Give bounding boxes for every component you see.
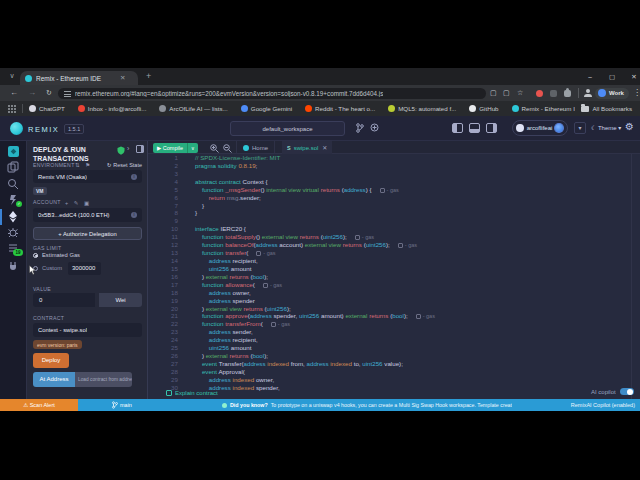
scan-alert-badge[interactable]: ⚠ Scan Alert bbox=[0, 399, 78, 411]
search-icon[interactable] bbox=[0, 177, 27, 193]
tab-swipe-sol[interactable]: S swipe.sol ✕ bbox=[282, 141, 332, 154]
compiler-success-badge: ✓ bbox=[16, 201, 22, 207]
bookmark-item[interactable]: ArcOfLife AI — lists... bbox=[159, 105, 227, 112]
site-settings-icon[interactable] bbox=[64, 90, 71, 97]
compile-button[interactable]: ▶ Compile ∨ bbox=[153, 143, 198, 153]
bookmark-favicon bbox=[305, 105, 312, 112]
account-dropdown-caret[interactable]: ▾ bbox=[574, 122, 586, 134]
git-branch-status[interactable]: main bbox=[112, 399, 132, 411]
toggle-left-panel-icon[interactable] bbox=[452, 123, 463, 133]
ai-copilot-toggle[interactable] bbox=[620, 388, 634, 395]
toggle-right-panel-icon[interactable] bbox=[486, 123, 497, 133]
explain-contract-button[interactable]: Explain contract bbox=[166, 390, 218, 396]
play-icon: ▶ bbox=[157, 145, 161, 151]
toggle-terminal-icon[interactable] bbox=[469, 123, 480, 133]
line-number: 4 bbox=[148, 178, 178, 186]
remix-logo-icon[interactable] bbox=[10, 122, 23, 135]
reset-state-button[interactable]: ↻ Reset State bbox=[107, 162, 142, 168]
browser-menu-icon[interactable]: ⋮ bbox=[633, 88, 640, 97]
plugin-manager-icon[interactable] bbox=[0, 259, 27, 275]
code-area[interactable]: 1// SPDX-License-Identifier: MIT2pragma … bbox=[148, 154, 628, 399]
gas-estimate-widget[interactable]: - gas bbox=[256, 250, 275, 256]
gas-estimate-widget[interactable]: - gas bbox=[380, 187, 399, 193]
line-number: 19 bbox=[148, 297, 178, 305]
tab-search-icon[interactable]: ∨ bbox=[6, 72, 18, 82]
account-select[interactable]: 0x5B3...eddC4 (100.0 ETH)i bbox=[33, 208, 142, 222]
window-maximize-button[interactable]: ▢ bbox=[604, 71, 620, 82]
profile-chip[interactable]: Work bbox=[595, 88, 629, 99]
gas-estimate-widget[interactable]: - gas bbox=[271, 321, 290, 327]
authorize-delegation-button[interactable]: + Authorize Delegation bbox=[33, 227, 142, 240]
bookmark-favicon bbox=[469, 105, 476, 112]
contract-select[interactable]: Context - swipe.sol bbox=[33, 323, 142, 337]
solidity-compiler-icon[interactable]: ✓ bbox=[0, 193, 27, 209]
save-address-icon[interactable]: ▢ bbox=[490, 89, 497, 97]
bookmark-item[interactable]: Reddit - The heart o... bbox=[305, 105, 375, 112]
at-address-input[interactable]: Load contract from address bbox=[75, 372, 132, 387]
gas-estimate-widget[interactable]: - gas bbox=[355, 234, 374, 240]
gas-icon bbox=[271, 322, 276, 327]
value-unit-select[interactable]: Wei bbox=[99, 293, 142, 307]
address-bar[interactable]: remix.ethereum.org/#lang=en&optimize&run… bbox=[58, 88, 486, 99]
reading-list-icon[interactable]: ▢ bbox=[503, 89, 510, 97]
extension-icon[interactable] bbox=[536, 90, 543, 97]
bookmark-star-icon[interactable]: ☆ bbox=[517, 89, 523, 97]
bookmark-item[interactable]: MQL5: automated f... bbox=[388, 105, 456, 112]
info-icon[interactable]: i bbox=[131, 212, 137, 218]
bookmark-item[interactable]: Remix - Ethereum IDE bbox=[512, 105, 576, 112]
zoom-out-icon[interactable] bbox=[223, 144, 232, 153]
extension-icon[interactable] bbox=[550, 90, 557, 97]
gas-estimate-widget[interactable]: - gas bbox=[416, 313, 435, 319]
bookmark-item[interactable]: GitHub bbox=[469, 105, 498, 112]
environment-select[interactable]: Remix VM (Osaka)i bbox=[33, 170, 142, 183]
custom-gas-input[interactable]: 3000000 bbox=[68, 262, 101, 275]
settings-gear-icon[interactable]: ⚙ bbox=[625, 121, 634, 132]
close-tab-icon[interactable]: ✕ bbox=[322, 144, 327, 151]
bookmark-item[interactable]: Inbox - info@arcofli... bbox=[78, 105, 147, 112]
github-account-button[interactable]: arcoflifeai bbox=[512, 120, 568, 136]
reload-icon[interactable]: ↻ bbox=[46, 89, 52, 97]
window-close-button[interactable]: ✕ bbox=[626, 71, 640, 82]
gas-estimate-widget[interactable]: - gas bbox=[398, 242, 417, 248]
code-editor: ▶ Compile ∨ Home S swipe.sol ✕ bbox=[148, 141, 640, 399]
at-address-button[interactable]: At Address bbox=[33, 372, 75, 387]
workspace-icon[interactable] bbox=[0, 144, 27, 160]
chevron-right-icon[interactable]: › bbox=[127, 145, 129, 152]
bookmark-item[interactable]: Google Gemini bbox=[241, 105, 292, 112]
zoom-in-icon[interactable] bbox=[210, 144, 219, 153]
deploy-button[interactable]: Deploy bbox=[33, 353, 69, 368]
evm-version-badge: evm version: paris bbox=[33, 340, 82, 349]
forward-icon[interactable]: → bbox=[28, 89, 36, 97]
bookmark-item[interactable]: ChatGPT bbox=[29, 105, 65, 112]
compile-dropdown-caret[interactable]: ∨ bbox=[187, 143, 198, 153]
extensions-puzzle-icon[interactable] bbox=[564, 90, 571, 97]
deploy-run-icon[interactable] bbox=[0, 209, 27, 225]
tab-home[interactable]: Home bbox=[236, 141, 275, 154]
solidity-analyzers-icon[interactable]: 19 bbox=[0, 241, 27, 257]
all-bookmarks-button[interactable]: All Bookmarks bbox=[581, 105, 632, 112]
git-branch-icon[interactable] bbox=[356, 123, 364, 133]
browser-tab[interactable]: Remix - Ethereum IDE ✕ bbox=[20, 71, 138, 85]
profile-icon[interactable] bbox=[584, 89, 592, 97]
value-input[interactable]: 0 bbox=[33, 293, 95, 307]
tab-close-icon[interactable]: ✕ bbox=[120, 74, 125, 82]
pin-panel-icon[interactable] bbox=[136, 145, 144, 153]
remix-version-badge: 1.5.1 bbox=[64, 124, 84, 134]
code-line: 17 function allowance(- gas bbox=[148, 281, 628, 289]
estimated-gas-radio[interactable] bbox=[33, 253, 38, 258]
file-explorer-icon[interactable] bbox=[0, 160, 27, 176]
back-icon[interactable]: ← bbox=[10, 89, 18, 97]
debugger-icon[interactable] bbox=[0, 225, 27, 241]
window-minimize-button[interactable]: – bbox=[582, 71, 598, 82]
tab-title: Remix - Ethereum IDE bbox=[36, 75, 118, 82]
account-action-icons[interactable]: + ✎ ▣ bbox=[65, 200, 91, 206]
bookmarks-bar: ChatGPTInbox - info@arcofli...ArcOfLife … bbox=[0, 101, 640, 116]
environment-icons[interactable]: ⇅ ⚑ bbox=[75, 162, 92, 168]
status-circle-icon[interactable] bbox=[370, 123, 379, 132]
apps-grid-icon[interactable] bbox=[8, 105, 16, 113]
new-tab-button[interactable]: + bbox=[146, 72, 151, 81]
workspace-selector[interactable]: default_workspace bbox=[230, 121, 345, 136]
gas-estimate-widget[interactable]: - gas bbox=[263, 282, 282, 288]
info-icon[interactable]: i bbox=[131, 174, 137, 180]
theme-selector[interactable]: ☾ Theme ▾ bbox=[591, 122, 621, 134]
